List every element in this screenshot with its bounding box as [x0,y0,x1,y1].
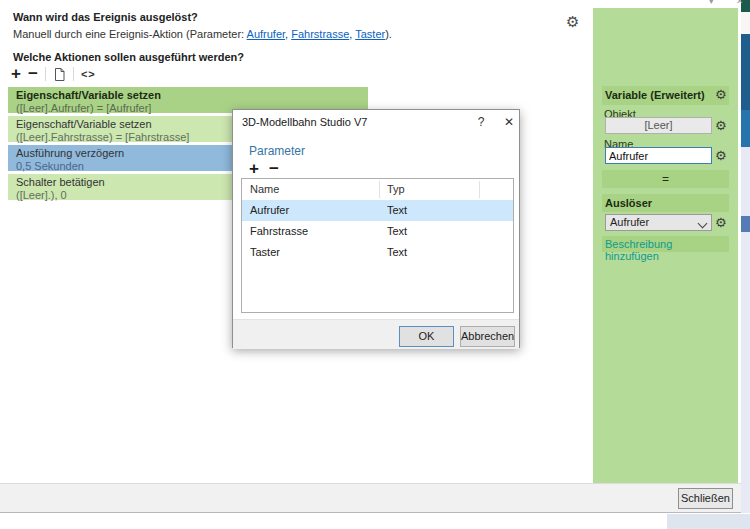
edge-strip-segment [741,147,750,216]
cell-typ: Text [387,225,407,237]
table-row[interactable]: Fahrstrasse Text [242,221,513,242]
copy-action-button[interactable] [53,67,66,82]
add-description-link[interactable]: Beschreibung hinzufügen [605,238,729,262]
gear-icon[interactable]: ⚙ [715,119,727,132]
toolbar-divider [73,67,74,81]
trigger-text-prefix: Manuell durch eine Ereignis-Aktion (Para… [13,28,247,40]
edge-strip-segment [741,34,750,110]
code-view-button[interactable]: <> [81,68,96,80]
panel-header-label: Variable (Erweitert) [605,89,705,101]
close-icon[interactable]: ✕ [736,0,744,6]
ausloeser-header: Auslöser [602,194,729,212]
edge-strip-segment [741,12,750,34]
cell-typ: Text [387,246,407,258]
dialog-title: 3D-Modellbahn Studio V7 [242,116,367,128]
ausloeser-value: Aufrufer [610,216,649,228]
column-header-name: Name [250,183,279,195]
variable-action-panel: Variable (Erweitert) ⚙ Objekt [Leer] ⚙ N… [593,8,738,483]
chevron-down-icon [698,219,708,229]
actions-toolbar: + − <> [11,64,96,84]
actions-heading: Welche Aktionen sollen ausgeführt werden… [13,51,244,63]
ausloeser-label: Auslöser [605,197,652,209]
table-row[interactable]: Taster Text [242,242,513,263]
add-parameter-button[interactable]: + [249,162,259,176]
help-icon[interactable]: ? [473,115,489,129]
pin-icon[interactable]: ▾ [709,0,714,6]
ok-button[interactable]: OK [399,326,454,347]
action-title: Eigenschaft/Variable setzen [16,89,360,102]
column-divider [379,181,380,198]
gear-icon[interactable]: ⚙ [715,88,727,101]
cell-name: Aufrufer [250,204,289,216]
objekt-picker-button[interactable]: [Leer] [605,117,712,134]
desktop-background [667,514,750,529]
add-action-button[interactable]: + [11,67,21,81]
cell-typ: Text [387,204,407,216]
edge-strip-segment [741,232,750,513]
param-link-aufrufer[interactable]: Aufrufer [247,28,286,40]
table-row[interactable]: Aufrufer Text [242,200,513,221]
event-settings-gear-icon[interactable]: ⚙ [566,13,579,31]
close-icon[interactable]: ✕ [501,115,517,129]
cancel-button[interactable]: Abbrechen [460,326,515,347]
parameter-dialog: 3D-Modellbahn Studio V7 ? ✕ Parameter + … [232,109,520,348]
event-trigger-heading: Wann wird das Ereignis ausgelöst? [13,11,198,23]
panel-header: Variable (Erweitert) ⚙ [602,86,729,105]
dialog-titlebar: 3D-Modellbahn Studio V7 ? ✕ [233,110,519,135]
edge-strip-segment [741,110,750,147]
column-divider [479,181,480,198]
toolbar-divider [45,67,46,81]
param-link-taster[interactable]: Taster [355,28,385,40]
remove-parameter-button[interactable]: − [269,162,279,176]
page-icon [53,67,66,82]
dialog-heading: Parameter [249,144,305,158]
parameter-toolbar: + − [249,162,279,176]
name-input[interactable] [605,147,712,164]
equals-separator: = [602,170,729,188]
gear-icon[interactable]: ⚙ [715,149,727,162]
remove-action-button[interactable]: − [28,67,38,81]
window-footer [0,483,746,513]
ausloeser-dropdown[interactable]: Aufrufer [605,214,712,231]
edge-strip-segment [741,216,750,232]
table-header: Name Typ [242,179,513,201]
close-window-button[interactable]: Schließen [678,488,733,509]
parameter-table: Name Typ Aufrufer Text Fahrstrasse Text … [241,178,514,313]
description-row: Beschreibung hinzufügen [602,236,729,252]
column-header-typ: Typ [387,183,405,195]
cell-name: Taster [250,246,280,258]
gear-icon[interactable]: ⚙ [715,216,727,229]
app-window: ▾ ✕ Wann wird das Ereignis ausgelöst? Ma… [0,0,750,529]
cell-name: Fahrstrasse [250,225,308,237]
param-link-fahrstrasse[interactable]: Fahrstrasse [291,28,349,40]
trigger-text-suffix: ). [385,28,392,40]
event-trigger-description: Manuell durch eine Ereignis-Aktion (Para… [13,28,392,40]
